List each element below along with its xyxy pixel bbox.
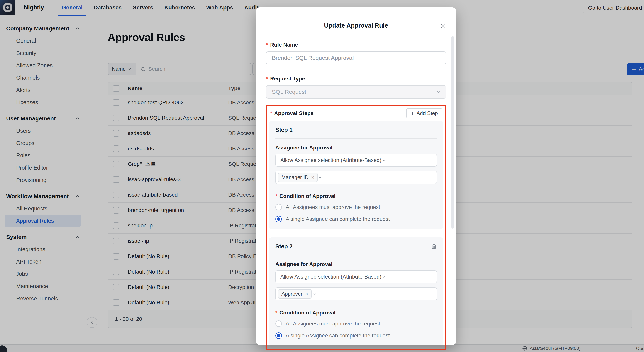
tag-label: Approver xyxy=(282,291,302,297)
assignee-mode-select[interactable]: Allow Assignee selection (Attribute-Base… xyxy=(275,270,437,283)
step-1-card: Step 1 Assignee for Approval Allow Assig… xyxy=(269,121,444,229)
close-icon xyxy=(440,23,446,29)
add-step-button[interactable]: + Add Step xyxy=(406,108,442,118)
radio-option-single[interactable]: A single Assignee can complete the reque… xyxy=(275,332,437,339)
approval-steps-label: Approval Steps xyxy=(270,110,314,117)
radio-unselected-icon[interactable] xyxy=(275,320,282,327)
tag-label: Manager ID xyxy=(282,174,308,181)
radio-option-all[interactable]: All Assignees must approve the request xyxy=(275,320,437,327)
step-title: Step 1 xyxy=(275,127,292,133)
attribute-tag: Manager ID × xyxy=(278,173,318,182)
radio-selected-icon[interactable] xyxy=(275,216,282,222)
radio-label: All Assignees must approve the request xyxy=(286,204,380,210)
chevron-down-icon xyxy=(381,274,386,279)
request-type-label: Request Type xyxy=(266,75,446,82)
step-title: Step 2 xyxy=(275,243,292,250)
chevron-down-icon xyxy=(436,89,441,94)
rule-name-value: Brendon SQL Request Approval xyxy=(272,55,354,61)
radio-label: A single Assignee can complete the reque… xyxy=(286,216,390,222)
request-type-select[interactable]: SQL Request xyxy=(266,85,446,99)
delete-step-icon[interactable] xyxy=(431,243,437,249)
assignee-mode-select[interactable]: Allow Assignee selection (Attribute-Base… xyxy=(275,154,437,166)
chevron-down-icon xyxy=(381,158,386,163)
divider xyxy=(275,138,437,139)
assignee-mode-value: Allow Assignee selection (Attribute-Base… xyxy=(280,274,381,280)
divider xyxy=(275,255,437,255)
request-type-value: SQL Request xyxy=(272,89,306,95)
chevron-down-icon xyxy=(312,291,316,296)
modal-scrollbar[interactable] xyxy=(452,36,454,229)
chevron-down-icon xyxy=(318,175,322,180)
assignee-mode-value: Allow Assignee selection (Attribute-Base… xyxy=(280,157,381,163)
attribute-tag: Approver × xyxy=(278,289,312,298)
modal-title: Update Approval Rule xyxy=(266,22,446,29)
radio-selected-icon[interactable] xyxy=(275,332,282,339)
step-2-card: Step 2 Assignee for Approval Allow Assig… xyxy=(269,237,444,345)
update-approval-rule-modal: Update Approval Rule Rule Name Brendon S… xyxy=(256,7,456,345)
assignee-label: Assignee for Approval xyxy=(275,261,437,268)
radio-unselected-icon[interactable] xyxy=(275,204,282,211)
radio-option-single[interactable]: A single Assignee can complete the reque… xyxy=(275,216,437,222)
radio-option-all[interactable]: All Assignees must approve the request xyxy=(275,204,437,211)
radio-label: A single Assignee can complete the reque… xyxy=(286,332,390,339)
approval-steps-highlight: Approval Steps + Add Step Step 1 Assigne… xyxy=(266,105,446,350)
remove-tag-icon[interactable]: × xyxy=(311,174,314,181)
radio-label: All Assignees must approve the request xyxy=(286,321,380,327)
assignee-attribute-select[interactable]: Manager ID × xyxy=(275,171,437,184)
condition-label: Condition of Approval xyxy=(275,193,437,200)
rule-name-label: Rule Name xyxy=(266,41,446,48)
remove-tag-icon[interactable]: × xyxy=(305,291,308,297)
assignee-attribute-select[interactable]: Approver × xyxy=(275,287,437,300)
plus-icon: + xyxy=(411,110,414,117)
assignee-label: Assignee for Approval xyxy=(275,144,437,151)
rule-name-input[interactable]: Brendon SQL Request Approval xyxy=(266,51,446,64)
add-step-label: Add Step xyxy=(416,110,438,116)
close-button[interactable] xyxy=(439,22,446,30)
approval-steps-header: Approval Steps + Add Step xyxy=(269,108,444,118)
condition-label: Condition of Approval xyxy=(275,309,437,316)
